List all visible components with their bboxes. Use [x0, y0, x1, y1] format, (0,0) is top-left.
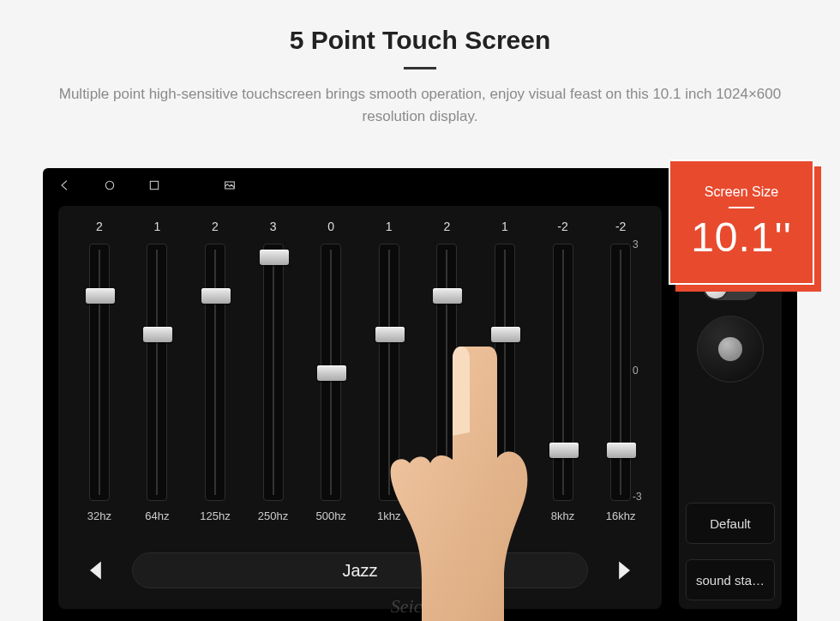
preset-bar: Jazz	[75, 547, 645, 594]
eq-band-freq: 4khz	[493, 509, 516, 522]
eq-band-freq: 16khz	[606, 509, 636, 522]
eq-band-freq: 64hz	[145, 509, 169, 522]
title-underline	[404, 67, 436, 69]
recents-icon[interactable]	[147, 178, 161, 196]
eq-slider-thumb[interactable]	[491, 327, 520, 342]
eq-slider-thumb[interactable]	[433, 288, 462, 304]
page-subtitle: Multiple point high-sensitive touchscree…	[0, 83, 840, 127]
eq-band: 232hz	[70, 220, 129, 528]
eq-slider[interactable]	[553, 244, 573, 501]
eq-band-freq: 250hz	[258, 509, 288, 522]
eq-band-freq: 2khz	[435, 509, 459, 522]
eq-slider[interactable]	[495, 244, 515, 501]
eq-band: 164hz	[129, 220, 187, 528]
gallery-icon[interactable]	[223, 178, 237, 196]
svg-rect-1	[150, 181, 158, 189]
eq-band: 11khz	[360, 220, 418, 528]
eq-band-value: 2	[96, 220, 103, 237]
eq-slider[interactable]	[379, 244, 399, 501]
eq-slider-thumb[interactable]	[201, 288, 231, 304]
eq-band: -28khz	[534, 220, 592, 528]
preset-prev-button[interactable]	[75, 558, 117, 582]
sound-stage-button[interactable]: sound sta…	[686, 559, 775, 600]
screen-size-value: 10.1''	[691, 214, 792, 261]
eq-slider-thumb[interactable]	[86, 288, 115, 304]
eq-slider-thumb[interactable]	[260, 250, 289, 265]
scale-tick-bottom: -3	[633, 491, 657, 503]
svg-point-0	[105, 181, 113, 189]
eq-band-value: 3	[270, 220, 277, 237]
loudness-button[interactable]	[697, 316, 764, 383]
eq-scale: 3 0 -3	[633, 242, 657, 499]
eq-slider[interactable]	[147, 244, 167, 501]
eq-band-value: 0	[327, 220, 334, 237]
eq-band-value: -2	[557, 220, 567, 237]
loudness-indicator	[718, 337, 742, 361]
preset-next-button[interactable]	[603, 558, 645, 582]
eq-slider-thumb[interactable]	[375, 327, 405, 342]
eq-band-value: 2	[443, 220, 450, 237]
screen-size-overlay: Screen Size 10.1''	[669, 160, 814, 285]
default-button[interactable]: Default	[686, 503, 775, 544]
scale-tick-top: 3	[633, 238, 657, 250]
eq-slider[interactable]	[321, 244, 341, 501]
eq-band: 0500hz	[302, 220, 360, 528]
eq-slider[interactable]	[610, 244, 631, 501]
eq-slider[interactable]	[263, 244, 284, 501]
eq-band: 2125hz	[186, 220, 244, 528]
eq-slider[interactable]	[205, 244, 225, 501]
eq-band-value: 1	[501, 220, 508, 237]
eq-band: 3250hz	[244, 220, 303, 528]
eq-band-value: 1	[386, 220, 393, 237]
scale-tick-mid: 0	[633, 365, 657, 377]
eq-band-freq: 500hz	[315, 509, 345, 522]
eq-band-freq: 8khz	[551, 509, 574, 522]
screen-size-label: Screen Size	[705, 184, 778, 200]
page-title: 5 Point Touch Screen	[0, 26, 840, 55]
eq-band-value: 2	[212, 220, 219, 237]
eq-band-freq: 125hz	[200, 509, 230, 522]
eq-slider-thumb[interactable]	[549, 443, 579, 458]
eq-slider[interactable]	[436, 244, 457, 501]
preset-name[interactable]: Jazz	[132, 552, 588, 588]
eq-slider-thumb[interactable]	[317, 365, 346, 381]
eq-band-freq: 1khz	[377, 509, 400, 522]
back-icon[interactable]	[58, 178, 72, 196]
eq-band-value: -2	[615, 220, 626, 237]
eq-slider[interactable]	[89, 244, 110, 501]
overlay-underline	[729, 207, 754, 208]
eq-slider-thumb[interactable]	[143, 327, 172, 342]
home-icon[interactable]	[103, 178, 117, 196]
equalizer-panel: 232hz164hz2125hz3250hz0500hz11khz22khz14…	[58, 206, 662, 609]
eq-band-freq: 32hz	[87, 509, 111, 522]
eq-band: 14khz	[476, 220, 534, 528]
eq-band: 22khz	[418, 220, 477, 528]
eq-band-value: 1	[153, 220, 160, 237]
